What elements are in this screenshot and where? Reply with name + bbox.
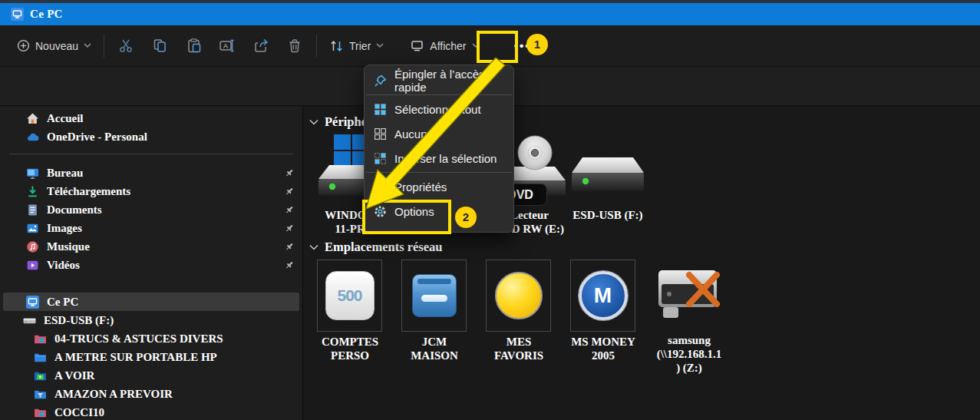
share-button[interactable] bbox=[244, 31, 278, 61]
pin-icon bbox=[284, 260, 295, 270]
usb-drive-icon bbox=[23, 314, 36, 327]
section-header-network[interactable]: Emplacements réseau bbox=[309, 240, 443, 255]
music-icon bbox=[26, 240, 39, 253]
pictures-icon bbox=[26, 222, 39, 235]
cut-button[interactable] bbox=[109, 31, 143, 61]
videos-icon bbox=[26, 259, 39, 272]
sidebar-item-cocci10[interactable]: COCCI10 bbox=[0, 403, 302, 420]
menu-item-options[interactable]: Options bbox=[365, 199, 513, 223]
menu-separator bbox=[366, 172, 512, 173]
view-button-label: Afficher bbox=[430, 40, 466, 52]
nas-disconnected-icon bbox=[652, 263, 723, 330]
shortcut-drawer-icon bbox=[412, 274, 457, 317]
network-tile-samsung[interactable] bbox=[652, 263, 723, 332]
network-tile-mes-favoris[interactable] bbox=[486, 260, 551, 332]
new-button-label: Nouveau bbox=[35, 40, 78, 52]
rename-button[interactable]: A bbox=[210, 31, 244, 61]
view-icon bbox=[410, 39, 424, 52]
sidebar-item-videos[interactable]: Vidéos bbox=[0, 256, 302, 274]
network-label: JCM MAISON bbox=[391, 335, 477, 362]
menu-item-proprietes[interactable]: Propriétés bbox=[365, 174, 513, 199]
menu-item-selectionner-tout[interactable]: Sélectionner tout bbox=[365, 97, 513, 121]
paste-button[interactable] bbox=[177, 31, 210, 61]
chevron-down-icon bbox=[309, 119, 318, 126]
this-pc-icon bbox=[11, 8, 24, 21]
copy-icon bbox=[152, 38, 168, 54]
drive-tile-esd-usb[interactable]: ESD-USB (F:) bbox=[566, 134, 650, 222]
sidebar-divider bbox=[9, 154, 293, 154]
network-tile-ms-money[interactable]: M bbox=[570, 260, 635, 332]
sidebar-item-telechargements[interactable]: Téléchargements bbox=[0, 182, 302, 200]
delete-icon bbox=[287, 38, 302, 54]
sort-button[interactable]: Trier bbox=[322, 35, 391, 58]
folder-filter-icon bbox=[34, 388, 47, 401]
menu-item-aucun[interactable]: Aucun bbox=[365, 121, 513, 146]
folder-multicolor-icon bbox=[34, 406, 47, 419]
sort-button-label: Trier bbox=[349, 40, 371, 52]
rename-icon: A bbox=[219, 38, 236, 54]
usb-drive-icon bbox=[566, 134, 650, 205]
network-label: COMPTES PERSO bbox=[307, 335, 393, 362]
pin-icon bbox=[284, 223, 295, 233]
network-label: samsung (\\192.168.1.1 ) (Z:) bbox=[646, 333, 732, 375]
more-options-icon: ••• bbox=[514, 39, 531, 52]
network-tile-comptes-perso[interactable]: 500 bbox=[317, 260, 382, 332]
folder-green-icon bbox=[34, 369, 47, 382]
sidebar-item-musique[interactable]: Musique bbox=[0, 237, 302, 256]
copy-button[interactable] bbox=[143, 31, 177, 61]
shortcut-sphere-icon bbox=[495, 272, 543, 319]
sidebar-item-amazon[interactable]: AMAZON A PREVOIR bbox=[0, 385, 302, 403]
more-options-button[interactable]: ••• bbox=[506, 31, 539, 61]
sidebar-item-accueil[interactable]: Accueil bbox=[0, 109, 302, 127]
file-explorer-window: Ce PC Nouveau bbox=[0, 0, 980, 420]
command-toolbar: Nouveau bbox=[0, 25, 980, 67]
downloads-icon bbox=[26, 185, 39, 198]
documents-icon bbox=[26, 203, 39, 217]
pin-icon bbox=[284, 186, 295, 197]
sidebar-item-04-trucs[interactable]: 04-TRUCS & ASTUCES DIVERS bbox=[0, 329, 302, 348]
toolbar-separator bbox=[104, 35, 104, 58]
sidebar-item-a-voir[interactable]: A VOIR bbox=[0, 366, 302, 385]
network-tile-jcm-maison[interactable] bbox=[401, 260, 467, 332]
view-button[interactable]: Afficher bbox=[402, 35, 487, 57]
paste-icon bbox=[186, 38, 202, 54]
network-label: MES FAVORIS bbox=[476, 335, 562, 362]
menu-item-epingler[interactable]: Épingler à l’accès rapide bbox=[365, 68, 513, 93]
sidebar-item-a-metre[interactable]: A METRE SUR PORTABLE HP bbox=[0, 348, 302, 366]
sidebar-item-ce-pc[interactable]: Ce PC bbox=[3, 293, 299, 311]
pin-icon bbox=[374, 74, 387, 88]
pin-icon bbox=[284, 167, 295, 178]
svg-text:A: A bbox=[223, 42, 228, 50]
folder-multicolor-icon bbox=[34, 332, 47, 346]
chevron-down-icon bbox=[472, 43, 480, 48]
drive-label: ESD-USB (F:) bbox=[566, 208, 650, 222]
plus-circle-icon bbox=[17, 39, 30, 52]
sort-icon bbox=[329, 39, 344, 53]
sidebar-item-documents[interactable]: Documents bbox=[0, 200, 302, 219]
sidebar-item-onedrive[interactable]: OneDrive - Personal bbox=[0, 127, 302, 146]
sidebar-item-bureau[interactable]: Bureau bbox=[0, 164, 302, 182]
onedrive-cloud-icon bbox=[26, 131, 39, 144]
invert-selection-icon bbox=[374, 152, 387, 165]
desktop-icon bbox=[26, 167, 39, 180]
network-label: MS MONEY 2005 bbox=[560, 335, 646, 362]
delete-button[interactable] bbox=[278, 31, 312, 61]
title-bar[interactable]: Ce PC bbox=[0, 3, 980, 25]
folder-blue-icon bbox=[34, 351, 47, 364]
share-icon bbox=[253, 38, 269, 54]
pin-icon bbox=[284, 241, 295, 252]
sidebar-item-images[interactable]: Images bbox=[0, 219, 302, 237]
window-title: Ce PC bbox=[30, 8, 63, 21]
chevron-down-icon bbox=[309, 244, 318, 251]
navigation-pane: Accueil OneDrive - Personal Bureau bbox=[0, 106, 302, 420]
home-icon bbox=[26, 112, 39, 125]
gear-icon bbox=[374, 205, 387, 218]
shortcut-money-icon: M bbox=[579, 271, 628, 320]
this-pc-icon bbox=[26, 296, 39, 309]
sidebar-gap bbox=[0, 274, 302, 293]
new-button[interactable]: Nouveau bbox=[9, 35, 99, 57]
menu-separator bbox=[366, 94, 512, 95]
blank-icon-space bbox=[374, 180, 387, 193]
menu-item-inverser[interactable]: Inverser la sélection bbox=[365, 146, 513, 170]
sidebar-item-esd-usb[interactable]: ESD-USB (F:) bbox=[0, 311, 302, 329]
